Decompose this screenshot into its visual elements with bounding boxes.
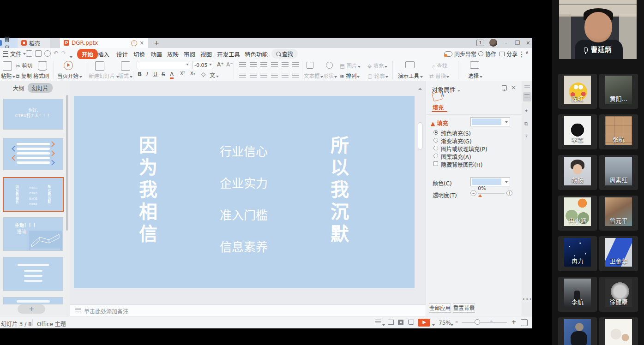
slide-right-text[interactable]: 所以我沉默: [329, 136, 348, 246]
radio-gradient-fill[interactable]: [433, 138, 438, 143]
font-color-button[interactable]: A: [170, 71, 174, 79]
participant-tile[interactable]: 周素红: [599, 155, 638, 190]
numbered-list-icon[interactable]: [250, 62, 257, 67]
properties-rail-button[interactable]: [523, 92, 531, 101]
decrease-indent-icon[interactable]: [260, 62, 267, 67]
participant-tile[interactable]: [558, 317, 597, 345]
help-rail-button[interactable]: ?: [522, 134, 530, 140]
select-icon[interactable]: [470, 61, 479, 69]
slides-tab[interactable]: 幻灯片: [28, 83, 53, 93]
underline-button[interactable]: U: [153, 71, 157, 77]
chevron-down-icon[interactable]: [382, 324, 385, 326]
reading-view-icon[interactable]: [408, 320, 414, 325]
tab-view[interactable]: 视图: [200, 50, 212, 59]
arrange-button[interactable]: ≋ 排列: [340, 72, 360, 79]
shapes-icon[interactable]: [326, 62, 333, 69]
hide-background-label[interactable]: 隐藏背景图形(H): [441, 161, 482, 168]
phonetic-guide-button[interactable]: 文: [210, 71, 219, 79]
print-icon[interactable]: [35, 50, 42, 57]
slide-sorter-icon[interactable]: [398, 320, 403, 325]
text-box-icon[interactable]: [307, 62, 313, 69]
notes-toggle-icon[interactable]: [375, 320, 381, 325]
italic-button[interactable]: I: [146, 71, 148, 77]
account-avatar[interactable]: [489, 39, 497, 47]
effects-rail-button[interactable]: ✦: [522, 108, 530, 114]
char-spacing-icon[interactable]: [292, 62, 299, 67]
participant-tile[interactable]: 冉小涵: [558, 196, 597, 231]
layout-button[interactable]: 版式: [118, 72, 132, 79]
participant-tile[interactable]: 张杭: [599, 114, 638, 149]
slideshow-play-button[interactable]: [418, 319, 430, 327]
align-center-icon[interactable]: [250, 73, 257, 78]
scroll-up-icon[interactable]: [418, 88, 422, 90]
theme-name[interactable]: Office 主题: [37, 320, 66, 327]
decrease-font-button[interactable]: A⁻: [226, 61, 233, 68]
font-size-combo[interactable]: -0.05: [192, 61, 213, 69]
slide-thumbnail-3-selected[interactable]: 因为我相信 行业信心企业实力 准入门槛信息素养 所以我沉默: [4, 178, 63, 211]
notes-placeholder[interactable]: 单击此处添加备注: [84, 307, 128, 315]
participant-tile[interactable]: 李航: [558, 277, 597, 312]
transparency-slider-marker[interactable]: [478, 194, 482, 197]
slide-thumbnail-6[interactable]: [4, 297, 63, 304]
tab-home[interactable]: 首页: [0, 38, 18, 48]
preview-icon[interactable]: [44, 50, 51, 57]
slide-thumbnail-1[interactable]: 你好, CTBU打工人！！！: [4, 99, 63, 129]
participant-tile[interactable]: 黄阳...: [599, 74, 638, 109]
copy-button[interactable]: ⧉ 复制: [16, 72, 32, 79]
participant-tile[interactable]: 徐健康: [599, 277, 638, 312]
paste-button[interactable]: 粘贴: [1, 72, 15, 79]
presentation-tools-button[interactable]: 演示工具: [398, 72, 423, 79]
outline-button[interactable]: ▢ 轮廓: [367, 72, 388, 79]
outline-tab[interactable]: 大纲: [13, 84, 24, 92]
transparency-slider[interactable]: [478, 193, 505, 194]
line-spacing-icon[interactable]: [292, 73, 299, 78]
restore-button[interactable]: ❐: [512, 38, 523, 48]
text-box-button[interactable]: 文本框: [304, 72, 323, 79]
new-tab-button[interactable]: [152, 39, 161, 47]
minimize-button[interactable]: –: [501, 38, 511, 48]
zoom-slider-handle[interactable]: [475, 319, 480, 325]
picture-button[interactable]: ⬒ 图片: [340, 62, 361, 69]
solid-fill-label[interactable]: 纯色填充(S): [441, 129, 471, 137]
align-left-icon[interactable]: [239, 73, 246, 78]
tab-insert[interactable]: 插入: [98, 50, 109, 59]
gradient-fill-label[interactable]: 渐变填充(G): [441, 137, 472, 145]
replace-button[interactable]: ⇄ 替换: [429, 72, 449, 79]
distribute-icon[interactable]: [282, 73, 289, 78]
reset-background-button[interactable]: 重置背景: [453, 303, 475, 313]
panel-close-icon[interactable]: ×: [511, 84, 516, 91]
new-slide-button[interactable]: 新建幻灯片: [89, 72, 119, 79]
find-menu[interactable]: 查找: [271, 49, 298, 59]
superscript-button[interactable]: X²: [180, 71, 185, 76]
editor-scrollbar[interactable]: [418, 88, 422, 300]
transparency-plus-button[interactable]: +: [506, 190, 512, 196]
close-button[interactable]: ×: [523, 38, 533, 48]
new-slide-icon[interactable]: [95, 61, 104, 71]
zoom-value[interactable]: 75%: [439, 320, 451, 326]
hide-background-checkbox[interactable]: [433, 161, 438, 166]
radio-pattern-fill[interactable]: [433, 154, 438, 158]
slide-canvas[interactable]: 因为我相信 行业信心 企业实力 准入门槛 信息素养 所以我沉默: [74, 96, 415, 288]
slide-bullets[interactable]: 行业信心 企业实力 准入门槛 信息素养: [220, 142, 268, 255]
fill-section-header[interactable]: ▲ 填充: [431, 119, 448, 127]
rail-more-icon[interactable]: •••: [522, 296, 530, 302]
presentation-tools-icon[interactable]: [405, 61, 415, 68]
justify-icon[interactable]: [271, 73, 278, 78]
rail-handle-icon[interactable]: [524, 85, 530, 86]
speaker-video[interactable]: 曹廷炳: [559, 0, 637, 59]
tab-special-features[interactable]: 特色功能: [245, 50, 268, 59]
slide-editor[interactable]: 因为我相信 行业信心 企业实力 准入门槛 信息素养 所以我沉默: [70, 81, 426, 304]
zoom-in-button[interactable]: +: [512, 319, 516, 325]
save-icon[interactable]: [26, 50, 32, 57]
toolbar-collapse-icon[interactable]: [70, 56, 72, 58]
participant-tile[interactable]: 冉力: [558, 236, 597, 271]
color-dropdown[interactable]: [470, 177, 510, 186]
participant-tile[interactable]: 卫金华: [599, 236, 638, 271]
transparency-minus-button[interactable]: –: [470, 190, 476, 196]
cut-button[interactable]: ✂ 剪切: [16, 62, 32, 69]
clear-format-icon[interactable]: ◇: [201, 71, 205, 77]
file-menu[interactable]: 文件: [3, 50, 26, 58]
text-direction-icon[interactable]: [282, 62, 289, 67]
layout-icon[interactable]: [121, 61, 130, 71]
tab-slideshow[interactable]: 放映: [167, 50, 179, 59]
